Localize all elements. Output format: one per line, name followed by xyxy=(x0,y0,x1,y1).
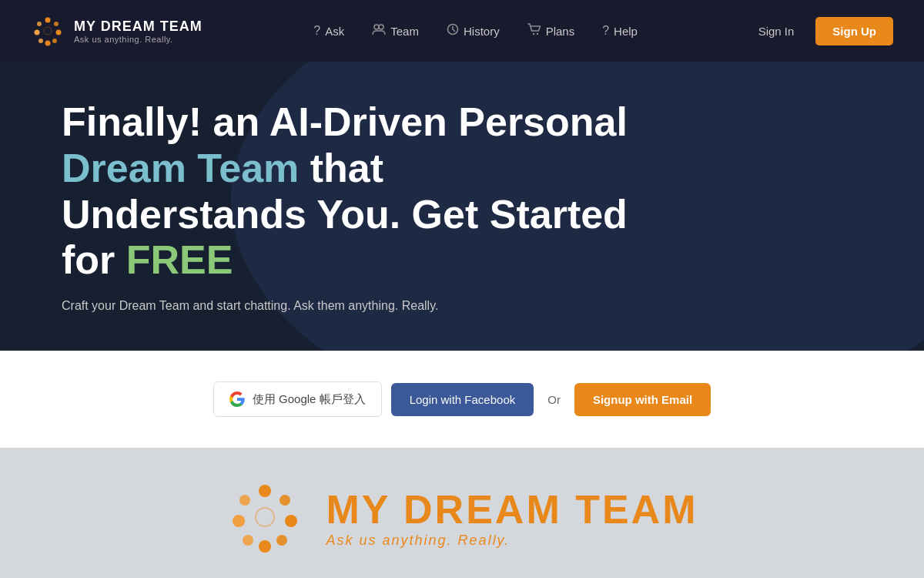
brand-text-group: MY DREAM TEAM Ask us anything. Really. xyxy=(74,18,203,44)
svg-point-10 xyxy=(379,25,383,29)
facebook-button-label: Login with Facebook xyxy=(410,393,516,406)
hero-title-part1: Finally! an AI-Driven Personal xyxy=(62,99,628,144)
history-icon xyxy=(447,23,459,39)
brand-logo-link[interactable]: MY DREAM TEAM Ask us anything. Really. xyxy=(31,14,203,48)
auth-section: 使用 Google 帳戶登入 Login with Facebook Or Si… xyxy=(0,351,924,448)
brand-section-tagline: Ask us anything. Really. xyxy=(326,533,698,549)
facebook-signin-button[interactable]: Login with Facebook xyxy=(391,383,534,416)
nav-item-help[interactable]: ? Help xyxy=(591,18,648,44)
svg-point-12 xyxy=(532,33,534,35)
google-signin-button[interactable]: 使用 Google 帳戶登入 xyxy=(213,381,382,417)
svg-point-17 xyxy=(276,535,287,546)
hero-title-highlight1: Dream Team xyxy=(62,146,299,190)
plans-icon xyxy=(527,23,541,39)
svg-point-20 xyxy=(233,515,245,527)
brand-section-name: MY DREAM TEAM xyxy=(326,486,698,533)
main-nav: ? Ask Team History Plans ? Help xyxy=(303,17,648,45)
svg-point-18 xyxy=(259,540,271,553)
nav-item-plans[interactable]: Plans xyxy=(517,17,586,45)
brand-logo-icon xyxy=(31,14,65,48)
svg-point-2 xyxy=(56,30,62,35)
svg-point-6 xyxy=(35,30,40,35)
brand-name: MY DREAM TEAM xyxy=(74,18,203,35)
hero-content: Finally! an AI-Driven Personal Dream Tea… xyxy=(0,99,693,313)
svg-point-16 xyxy=(285,515,297,527)
svg-point-22 xyxy=(256,508,274,526)
navbar-actions: Sign In Sign Up xyxy=(749,17,893,45)
brand-tagline: Ask us anything. Really. xyxy=(74,35,203,44)
svg-point-8 xyxy=(44,27,52,35)
brand-section-logo-group: MY DREAM TEAM Ask us anything. Really. xyxy=(226,479,698,556)
hero-subtitle: Craft your Dream Team and start chatting… xyxy=(62,299,631,313)
email-button-label: Signup with Email xyxy=(593,393,692,406)
svg-point-0 xyxy=(45,18,51,23)
svg-point-14 xyxy=(259,485,271,497)
team-icon xyxy=(372,23,386,39)
nav-history-label: History xyxy=(464,25,500,38)
brand-section: MY DREAM TEAM Ask us anything. Really. xyxy=(0,448,924,578)
email-signup-button[interactable]: Signup with Email xyxy=(574,383,711,416)
help-icon: ? xyxy=(602,24,609,38)
nav-item-history[interactable]: History xyxy=(436,17,511,45)
hero-title: Finally! an AI-Driven Personal Dream Tea… xyxy=(62,99,631,284)
svg-point-4 xyxy=(45,41,51,46)
svg-point-3 xyxy=(52,39,57,43)
svg-point-15 xyxy=(280,495,290,506)
signup-button[interactable]: Sign Up xyxy=(815,17,893,45)
svg-point-1 xyxy=(54,22,59,26)
brand-section-logo-icon xyxy=(226,479,303,556)
svg-point-9 xyxy=(374,25,379,29)
auth-or-label: Or xyxy=(543,393,565,406)
nav-plans-label: Plans xyxy=(546,25,575,38)
nav-item-ask[interactable]: ? Ask xyxy=(303,18,355,44)
signin-button[interactable]: Sign In xyxy=(749,18,804,44)
svg-point-7 xyxy=(37,22,42,26)
hero-section: Finally! an AI-Driven Personal Dream Tea… xyxy=(0,62,924,351)
nav-help-label: Help xyxy=(614,25,638,38)
svg-point-19 xyxy=(243,535,253,546)
svg-point-5 xyxy=(38,39,43,43)
nav-ask-label: Ask xyxy=(325,25,344,38)
nav-team-label: Team xyxy=(390,25,419,38)
brand-section-text: MY DREAM TEAM Ask us anything. Really. xyxy=(326,486,698,549)
nav-item-team[interactable]: Team xyxy=(361,17,430,45)
google-icon xyxy=(229,391,245,407)
hero-title-highlight2: FREE xyxy=(126,237,233,282)
navbar: MY DREAM TEAM Ask us anything. Really. ?… xyxy=(0,0,924,62)
svg-point-21 xyxy=(239,495,250,506)
svg-point-13 xyxy=(536,33,537,35)
ask-icon: ? xyxy=(313,24,320,38)
google-button-label: 使用 Google 帳戶登入 xyxy=(253,392,366,407)
